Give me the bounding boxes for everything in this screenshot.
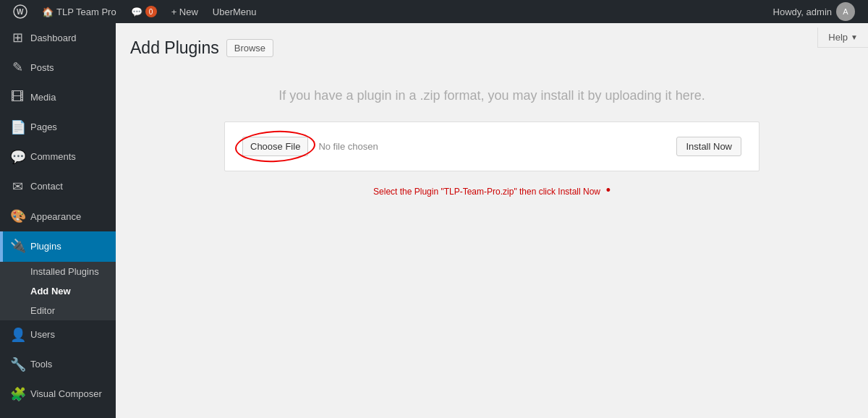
adminbar-site-name[interactable]: 🏠 TLP Team Pro bbox=[35, 0, 124, 23]
pages-icon: 📄 bbox=[10, 119, 25, 137]
dashboard-icon: ⊞ bbox=[10, 29, 25, 47]
sidebar: ⊞ Dashboard ✎ Posts 🎞 Media 📄 Pages 💬 Co… bbox=[0, 23, 116, 418]
posts-icon: ✎ bbox=[10, 59, 25, 77]
sidebar-item-posts[interactable]: ✎ Posts bbox=[0, 53, 116, 82]
sidebar-item-users[interactable]: 👤 Users bbox=[0, 320, 116, 350]
install-now-button[interactable]: Install Now bbox=[676, 137, 741, 156]
sidebar-item-media[interactable]: 🎞 Media bbox=[0, 82, 116, 112]
tools-icon: 🔧 bbox=[10, 356, 25, 374]
no-file-text: No file chosen bbox=[318, 141, 666, 152]
adminbar-new[interactable]: + New bbox=[164, 0, 205, 23]
settings-icon: ⚙ bbox=[10, 415, 25, 418]
adminbar-howdy[interactable]: Howdy, admin A bbox=[766, 2, 862, 21]
submenu-add-new[interactable]: Add New bbox=[0, 281, 116, 301]
page-wrap: Add Plugins Browse If you have a plugin … bbox=[130, 38, 854, 200]
plugins-icon: 🔌 bbox=[10, 237, 25, 255]
adminbar-comments[interactable]: 💬 0 bbox=[124, 0, 164, 23]
submenu-installed-plugins[interactable]: Installed Plugins bbox=[0, 262, 116, 281]
sidebar-item-tools[interactable]: 🔧 Tools bbox=[0, 350, 116, 380]
site-icon: 🏠 bbox=[42, 7, 54, 17]
visual-composer-icon: 🧩 bbox=[10, 385, 25, 404]
plugins-submenu: Installed Plugins Add New Editor bbox=[0, 262, 116, 320]
sidebar-item-comments[interactable]: 💬 Comments bbox=[0, 142, 116, 172]
comments-sidebar-icon: 💬 bbox=[10, 148, 25, 166]
sidebar-item-plugins[interactable]: 🔌 Plugins bbox=[0, 231, 116, 261]
upload-box: Choose File No file chosen Install Now bbox=[224, 121, 760, 171]
main-content-area: Add Plugins Browse If you have a plugin … bbox=[116, 23, 868, 418]
sidebar-item-visual-composer[interactable]: 🧩 Visual Composer bbox=[0, 380, 116, 409]
sidebar-item-dashboard[interactable]: ⊞ Dashboard bbox=[0, 23, 116, 53]
sidebar-item-appearance[interactable]: 🎨 Appearance bbox=[0, 202, 116, 231]
avatar: A bbox=[836, 2, 855, 21]
admin-bar: W 🏠 TLP Team Pro 💬 0 + New UberMenu Howd… bbox=[0, 0, 868, 23]
help-button[interactable]: Help ▼ bbox=[817, 27, 868, 48]
comments-icon: 💬 bbox=[131, 7, 142, 17]
adminbar-ubermenu[interactable]: UberMenu bbox=[205, 0, 264, 23]
hint-bullet: • bbox=[606, 183, 610, 197]
page-title: Add Plugins bbox=[130, 38, 219, 59]
help-btn-area: Help ▼ bbox=[817, 27, 868, 48]
sidebar-item-pages[interactable]: 📄 Pages bbox=[0, 113, 116, 142]
upload-description: If you have a plugin in a .zip format, y… bbox=[130, 74, 854, 121]
adminbar-wp-logo[interactable]: W bbox=[6, 0, 35, 23]
choose-file-wrapper: Choose File bbox=[242, 137, 308, 156]
svg-text:W: W bbox=[17, 8, 24, 16]
media-icon: 🎞 bbox=[10, 88, 25, 106]
hint-text: Select the Plugin "TLP-Team-Pro.zip" the… bbox=[373, 187, 600, 197]
browse-button[interactable]: Browse bbox=[226, 39, 273, 57]
page-title-area: Add Plugins Browse bbox=[130, 38, 854, 59]
hint-area: Select the Plugin "TLP-Team-Pro.zip" the… bbox=[130, 183, 854, 200]
sidebar-item-settings[interactable]: ⚙ Settings bbox=[0, 409, 116, 418]
users-icon: 👤 bbox=[10, 326, 25, 344]
submenu-editor[interactable]: Editor bbox=[0, 301, 116, 320]
sidebar-item-contact[interactable]: ✉ Contact bbox=[0, 172, 116, 202]
appearance-icon: 🎨 bbox=[10, 208, 25, 226]
chevron-down-icon: ▼ bbox=[851, 33, 858, 41]
choose-file-button[interactable]: Choose File bbox=[242, 137, 308, 156]
contact-icon: ✉ bbox=[10, 178, 25, 196]
